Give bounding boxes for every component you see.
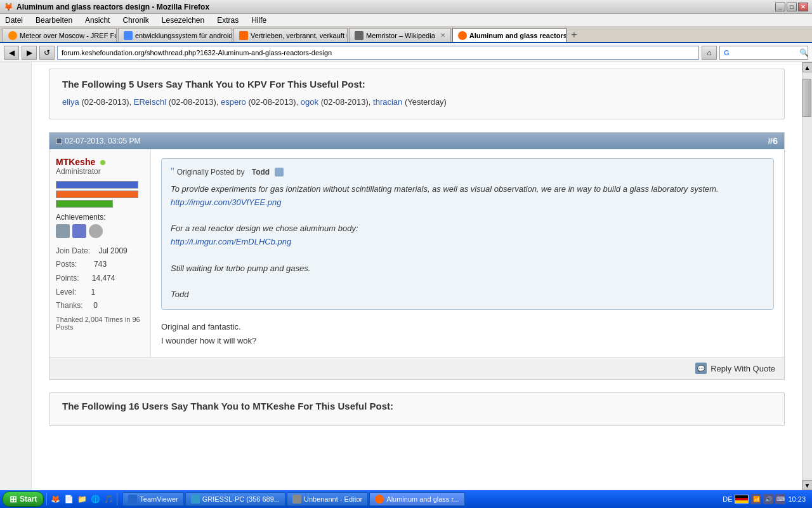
thank-user-ogok[interactable]: ogok: [301, 97, 318, 107]
reply-quote-button[interactable]: 💬 Reply With Quote: [695, 363, 775, 374]
start-label: Start: [20, 495, 37, 504]
quick-icon-ie[interactable]: 🌐: [89, 493, 101, 505]
taskbar-task-aluminum-label: Aluminum and glass r...: [386, 495, 459, 503]
scroll-up-arrow[interactable]: ▲: [802, 62, 813, 72]
tab-favicon-android: [124, 31, 133, 40]
rep-bars: [56, 181, 144, 208]
tab-memristor[interactable]: Memristor – Wikipedia ✕: [349, 28, 451, 42]
level-value: 1: [91, 288, 95, 297]
back-button[interactable]: ◀: [4, 46, 19, 60]
refresh-button[interactable]: ↺: [39, 46, 55, 60]
aluminum-icon: [375, 495, 384, 504]
new-tab-button[interactable]: +: [568, 28, 580, 42]
sys-lang: DE: [723, 495, 732, 503]
maximize-button[interactable]: □: [787, 3, 797, 11]
taskbar-divider-2: [117, 493, 117, 505]
forward-button[interactable]: ▶: [22, 46, 37, 60]
right-scrollbar[interactable]: ▲ ▼: [802, 62, 812, 490]
close-button[interactable]: ✕: [798, 3, 808, 11]
taskbar-task-aluminum[interactable]: Aluminum and glass r...: [369, 492, 464, 506]
firefox-icon: 🦊: [4, 3, 13, 11]
join-date-value: Jul 2009: [98, 246, 127, 255]
thank-date-espero: (02-08-2013): [248, 97, 296, 107]
start-button[interactable]: ⊞ Start: [3, 491, 44, 507]
quote-author-sig: Todd: [171, 290, 188, 299]
scrollbar-track[interactable]: [802, 72, 812, 480]
tab-label-android: entwicklungssystem für android - Google-…: [135, 32, 232, 39]
thankyou-box-1: The Following 5 Users Say Thank You to K…: [49, 69, 785, 119]
menu-hilfe[interactable]: Hilfe: [249, 16, 269, 25]
username-text[interactable]: MTKeshe: [56, 157, 95, 167]
thank-date-thracian: (Yesterday): [405, 97, 447, 107]
post-6: 02-07-2013, 03:05 PM #6 MTKeshe Administ…: [49, 132, 785, 380]
thank-user-espero[interactable]: espero: [221, 97, 246, 107]
thank-user-ereischl[interactable]: EReischl: [134, 97, 166, 107]
home-button[interactable]: ⌂: [702, 46, 717, 60]
points-row: Points: 14,474: [56, 272, 144, 286]
user-thanked: Thanked 2,004 Times in 96 Posts: [56, 316, 144, 331]
quick-icon-folder[interactable]: 📁: [76, 493, 88, 505]
sys-icon-2: 🔊: [763, 494, 773, 504]
thank-user-eliya[interactable]: eliya: [62, 97, 79, 107]
search-input[interactable]: [730, 49, 799, 57]
tab-close-memristor[interactable]: ✕: [440, 32, 445, 39]
quote-link-1[interactable]: http://imgur.com/30VfYEE.png: [171, 197, 281, 207]
menu-lesezeichen[interactable]: Lesezeichen: [159, 16, 207, 25]
quote-link-2[interactable]: http://i.imgur.com/EmDLHCb.png: [171, 237, 291, 246]
menu-bearbeiten[interactable]: Bearbeiten: [33, 16, 75, 25]
menu-ansicht[interactable]: Ansicht: [82, 16, 112, 25]
posts-value: 743: [94, 260, 107, 269]
tab-label-aluminum: Aluminum and glass reactors design: [469, 32, 566, 39]
rep-bar-green: [56, 200, 113, 208]
reply-quote-icon: 💬: [695, 363, 707, 374]
google-logo: G: [724, 49, 730, 57]
left-margin: [0, 62, 32, 490]
quote-line-3: Still waiting for turbo pump and gases.: [171, 264, 310, 273]
thanks-value: 0: [93, 301, 98, 310]
quote-view-post-icon[interactable]: [275, 168, 284, 177]
user-role-6: Administrator: [56, 167, 144, 176]
quick-icon-ff[interactable]: 🦊: [49, 493, 61, 505]
taskbar-tasks: TeamViewer GRIESSL-PC (356 689... Unbena…: [120, 492, 717, 506]
taskbar-task-editor[interactable]: Unbenannt - Editor: [287, 492, 368, 506]
scroll-down-arrow[interactable]: ▼: [802, 480, 813, 490]
post-main-text: Original and fantastic. I wounder how it…: [161, 320, 774, 348]
taskbar-task-teamviewer-label: TeamViewer: [140, 495, 178, 503]
quick-icon-media[interactable]: 🎵: [103, 493, 114, 505]
post-number-6: #6: [768, 136, 778, 146]
browser-content: The Following 5 Users Say Thank You to K…: [0, 62, 812, 490]
points-value: 14,474: [92, 274, 115, 283]
quick-icon-doc[interactable]: 📄: [63, 493, 74, 505]
tab-aluminum[interactable]: Aluminum and glass reactors design ✕: [452, 28, 566, 42]
sys-icon-1: 📶: [751, 494, 761, 504]
tab-vertrieben[interactable]: Vertrieben, verbrannt, verkauft und ver.…: [233, 28, 348, 42]
scrollbar-thumb[interactable]: [802, 79, 811, 117]
taskbar-task-teamviewer[interactable]: TeamViewer: [122, 492, 183, 506]
menu-datei[interactable]: Datei: [3, 16, 25, 25]
address-input[interactable]: [57, 46, 699, 60]
post-content-6: " Originally Posted by Todd To provide e…: [151, 149, 784, 357]
thankyou-title-1: The Following 5 Users Say Thank You to K…: [62, 79, 771, 90]
menu-chronik[interactable]: Chronik: [120, 16, 151, 25]
windows-icon: ⊞: [10, 494, 17, 504]
tab-jref[interactable]: Meteor over Moscow - JREF Forum ✕: [3, 28, 117, 42]
rep-bar-blue: [56, 181, 138, 189]
minimize-button[interactable]: _: [775, 3, 785, 11]
search-icon: 🔍: [799, 48, 809, 57]
achievements-icons: [56, 224, 144, 238]
post-text-line1: Original and fantastic.: [161, 322, 241, 331]
thankyou-title-2: The Following 16 Users Say Thank You to …: [62, 401, 771, 411]
thank-user-thracian[interactable]: thracian: [373, 97, 402, 107]
reply-quote-label: Reply With Quote: [710, 364, 775, 373]
menu-extras[interactable]: Extras: [214, 16, 241, 25]
thank-users-1: eliya (02-08-2013), EReischl (02-08-2013…: [62, 96, 771, 109]
user-info-6: Join Date: Jul 2009 Posts: 743 Points: 1…: [56, 244, 144, 313]
taskbar-divider-1: [46, 493, 47, 505]
level-row: Level: 1: [56, 286, 144, 300]
quote-block: " Originally Posted by Todd To provide e…: [161, 158, 774, 310]
taskbar-task-griessl[interactable]: GRIESSL-PC (356 689...: [185, 492, 285, 506]
tab-favicon-jref: [8, 31, 17, 40]
quote-open-icon: ": [171, 166, 174, 178]
tab-android[interactable]: entwicklungssystem für android - Google-…: [118, 28, 232, 42]
menubar: Datei Bearbeiten Ansicht Chronik Lesezei…: [0, 14, 812, 27]
